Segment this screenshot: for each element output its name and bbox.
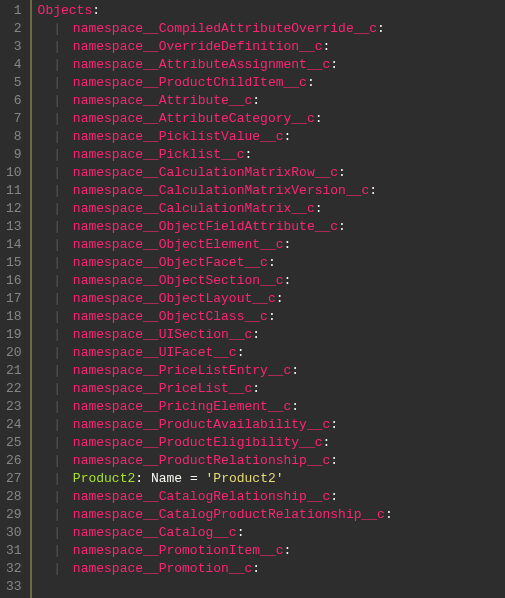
code-line[interactable]: | namespace__PriceListEntry__c: xyxy=(38,362,505,380)
line-number: 26 xyxy=(6,452,22,470)
code-line[interactable]: | namespace__PromotionItem__c: xyxy=(38,542,505,560)
code-line[interactable]: | namespace__ProductEligibility__c: xyxy=(38,434,505,452)
colon: : xyxy=(244,147,252,162)
line-number: 32 xyxy=(6,560,22,578)
yaml-key: namespace__PriceList__c xyxy=(73,381,252,396)
colon: : xyxy=(322,39,330,54)
colon: : xyxy=(252,561,260,576)
indent-guide: | xyxy=(53,543,65,558)
yaml-value: 'Product2' xyxy=(206,471,284,486)
yaml-key-root: Objects xyxy=(38,3,93,18)
indent-guide: | xyxy=(53,471,65,486)
yaml-key: namespace__ObjectSection__c xyxy=(73,273,284,288)
code-line-empty[interactable] xyxy=(38,578,505,596)
code-line[interactable]: | namespace__CatalogProductRelationship_… xyxy=(38,506,505,524)
code-line[interactable]: | namespace__ObjectFacet__c: xyxy=(38,254,505,272)
yaml-key: namespace__ObjectLayout__c xyxy=(73,291,276,306)
indent-guide: | xyxy=(53,93,65,108)
code-line[interactable]: | namespace__CatalogRelationship__c: xyxy=(38,488,505,506)
yaml-key: namespace__Picklist__c xyxy=(73,147,245,162)
line-number: 31 xyxy=(6,542,22,560)
indent-guide: | xyxy=(53,57,65,72)
code-area[interactable]: Objects: | namespace__CompiledAttributeO… xyxy=(32,0,505,598)
code-line[interactable]: | namespace__ProductAvailability__c: xyxy=(38,416,505,434)
line-number: 18 xyxy=(6,308,22,326)
code-line[interactable]: | namespace__UIFacet__c: xyxy=(38,344,505,362)
indent-guide: | xyxy=(53,21,65,36)
line-number: 6 xyxy=(6,92,22,110)
indent-guide: | xyxy=(53,201,65,216)
code-line[interactable]: | namespace__PicklistValue__c: xyxy=(38,128,505,146)
yaml-key: namespace__PricingElement__c xyxy=(73,399,291,414)
colon: : xyxy=(315,111,323,126)
indent-guide: | xyxy=(53,381,65,396)
line-number: 5 xyxy=(6,74,22,92)
yaml-key: namespace__CalculationMatrix__c xyxy=(73,201,315,216)
code-line[interactable]: | namespace__ProductRelationship__c: xyxy=(38,452,505,470)
code-line[interactable]: | namespace__AttributeAssignment__c: xyxy=(38,56,505,74)
yaml-key: namespace__PromotionItem__c xyxy=(73,543,284,558)
line-number: 27 xyxy=(6,470,22,488)
code-line[interactable]: | namespace__ObjectClass__c: xyxy=(38,308,505,326)
colon: : xyxy=(377,21,385,36)
code-line[interactable]: Objects: xyxy=(38,2,505,20)
line-number: 2 xyxy=(6,20,22,38)
line-number: 19 xyxy=(6,326,22,344)
code-line[interactable]: | namespace__Promotion__c: xyxy=(38,560,505,578)
colon: : xyxy=(252,327,260,342)
yaml-key: namespace__CatalogProductRelationship__c xyxy=(73,507,385,522)
code-editor: 1234567891011121314151617181920212223242… xyxy=(0,0,505,598)
code-line[interactable]: | namespace__PricingElement__c: xyxy=(38,398,505,416)
indent-guide: | xyxy=(53,345,65,360)
line-number: 10 xyxy=(6,164,22,182)
colon: : xyxy=(283,273,291,288)
line-number: 15 xyxy=(6,254,22,272)
indent-guide: | xyxy=(53,417,65,432)
code-line[interactable]: | namespace__Picklist__c: xyxy=(38,146,505,164)
yaml-key: namespace__ObjectElement__c xyxy=(73,237,284,252)
code-line[interactable]: | namespace__ProductChildItem__c: xyxy=(38,74,505,92)
code-line[interactable]: | Product2: Name = 'Product2' xyxy=(38,470,505,488)
colon: : xyxy=(276,291,284,306)
colon: : xyxy=(338,219,346,234)
yaml-key: namespace__CompiledAttributeOverride__c xyxy=(73,21,377,36)
colon: : xyxy=(315,201,323,216)
code-line[interactable]: | namespace__Attribute__c: xyxy=(38,92,505,110)
code-line[interactable]: | namespace__ObjectFieldAttribute__c: xyxy=(38,218,505,236)
code-line[interactable]: | namespace__CalculationMatrixVersion__c… xyxy=(38,182,505,200)
yaml-key: namespace__UISection__c xyxy=(73,327,252,342)
colon: : xyxy=(369,183,377,198)
yaml-key: namespace__AttributeAssignment__c xyxy=(73,57,330,72)
indent-guide: | xyxy=(53,327,65,342)
code-line[interactable]: | namespace__CalculationMatrixRow__c: xyxy=(38,164,505,182)
line-number: 23 xyxy=(6,398,22,416)
line-number: 7 xyxy=(6,110,22,128)
code-line[interactable]: | namespace__UISection__c: xyxy=(38,326,505,344)
colon: : xyxy=(330,489,338,504)
line-number: 13 xyxy=(6,218,22,236)
yaml-key: namespace__ProductChildItem__c xyxy=(73,75,307,90)
line-number: 8 xyxy=(6,128,22,146)
code-line[interactable]: | namespace__OverrideDefinition__c: xyxy=(38,38,505,56)
colon: : xyxy=(291,399,299,414)
yaml-key: namespace__PriceListEntry__c xyxy=(73,363,291,378)
indent-guide: | xyxy=(53,111,65,126)
code-line[interactable]: | namespace__CompiledAttributeOverride__… xyxy=(38,20,505,38)
colon: : xyxy=(307,75,315,90)
colon: : xyxy=(268,309,276,324)
code-line[interactable]: | namespace__ObjectSection__c: xyxy=(38,272,505,290)
indent-guide: | xyxy=(53,75,65,90)
colon: : xyxy=(283,237,291,252)
code-line[interactable]: | namespace__CalculationMatrix__c: xyxy=(38,200,505,218)
code-line[interactable]: | namespace__ObjectElement__c: xyxy=(38,236,505,254)
yaml-key: namespace__ObjectClass__c xyxy=(73,309,268,324)
code-line[interactable]: | namespace__Catalog__c: xyxy=(38,524,505,542)
code-line[interactable]: | namespace__AttributeCategory__c: xyxy=(38,110,505,128)
colon: : xyxy=(283,543,291,558)
yaml-key: namespace__UIFacet__c xyxy=(73,345,237,360)
code-line[interactable]: | namespace__ObjectLayout__c: xyxy=(38,290,505,308)
line-number: 9 xyxy=(6,146,22,164)
indent-guide: | xyxy=(53,435,65,450)
code-line[interactable]: | namespace__PriceList__c: xyxy=(38,380,505,398)
indent-guide: | xyxy=(53,39,65,54)
